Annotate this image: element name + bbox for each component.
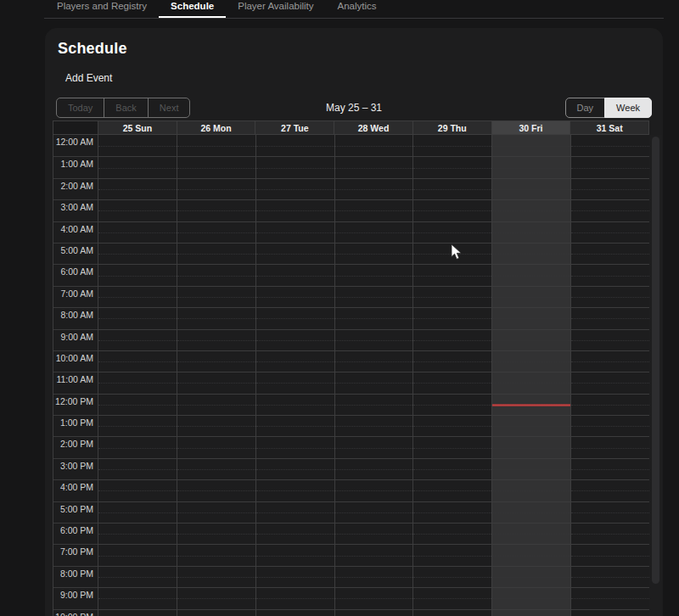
time-slot[interactable]	[256, 221, 334, 243]
time-slot[interactable]	[335, 523, 413, 544]
time-slot[interactable]	[335, 243, 413, 264]
time-slot[interactable]	[335, 415, 413, 436]
time-slot[interactable]	[492, 501, 570, 523]
time-slot[interactable]	[256, 394, 334, 415]
next-button[interactable]: Next	[148, 98, 191, 118]
time-slot[interactable]	[177, 609, 255, 616]
time-slot[interactable]	[571, 415, 649, 436]
time-slot[interactable]	[177, 544, 255, 565]
time-slot[interactable]	[492, 523, 570, 544]
time-slot[interactable]	[256, 566, 334, 587]
time-slot[interactable]	[492, 566, 570, 587]
time-slot[interactable]	[571, 501, 649, 523]
time-slot[interactable]	[571, 221, 649, 243]
time-slot[interactable]	[335, 458, 413, 479]
time-slot[interactable]	[177, 501, 255, 523]
time-slot[interactable]	[256, 156, 334, 177]
time-slot[interactable]	[335, 394, 413, 415]
time-slot[interactable]	[98, 609, 177, 616]
calendar-scrollbar-track[interactable]	[649, 135, 662, 616]
time-slot[interactable]	[571, 523, 649, 544]
time-slot[interactable]	[413, 415, 491, 436]
time-slot[interactable]	[256, 523, 334, 544]
time-slot[interactable]	[98, 156, 177, 177]
time-slot[interactable]	[492, 156, 570, 177]
time-slot[interactable]	[413, 286, 491, 307]
time-slot[interactable]	[98, 544, 177, 565]
time-slot[interactable]	[98, 523, 177, 544]
time-slot[interactable]	[413, 587, 491, 608]
time-slot[interactable]	[571, 458, 649, 479]
time-slot[interactable]	[98, 479, 177, 501]
time-slot[interactable]	[335, 199, 413, 221]
time-slot[interactable]	[413, 609, 491, 616]
time-slot[interactable]	[98, 372, 177, 393]
time-slot[interactable]	[177, 479, 255, 501]
time-slot[interactable]	[571, 329, 649, 350]
time-slot[interactable]	[413, 156, 491, 177]
time-slot[interactable]	[492, 307, 570, 328]
time-slot[interactable]	[571, 372, 649, 393]
time-slot[interactable]	[413, 566, 491, 587]
time-slot[interactable]	[413, 178, 491, 199]
time-slot[interactable]	[177, 329, 255, 350]
time-slot[interactable]	[177, 286, 255, 307]
time-slot[interactable]	[98, 243, 177, 264]
time-slot[interactable]	[571, 587, 649, 608]
time-slot[interactable]	[492, 544, 570, 565]
time-slot[interactable]	[256, 286, 334, 307]
time-slot[interactable]	[335, 501, 413, 523]
time-slot[interactable]	[413, 135, 491, 156]
time-slot[interactable]	[177, 523, 255, 544]
time-slot[interactable]	[335, 587, 413, 608]
time-slot[interactable]	[413, 221, 491, 243]
time-slot[interactable]	[177, 350, 255, 372]
time-slot[interactable]	[413, 243, 491, 264]
time-slot[interactable]	[413, 264, 491, 285]
time-slot[interactable]	[492, 178, 570, 199]
time-slot[interactable]	[98, 135, 177, 156]
time-slot[interactable]	[492, 350, 570, 372]
time-slot[interactable]	[177, 307, 255, 328]
time-slot[interactable]	[492, 243, 570, 264]
time-slot[interactable]	[492, 415, 570, 436]
time-slot[interactable]	[492, 329, 570, 350]
time-slot[interactable]	[335, 609, 413, 616]
time-slot[interactable]	[571, 350, 649, 372]
time-slot[interactable]	[492, 221, 570, 243]
time-slot[interactable]	[98, 415, 177, 436]
tab-schedule[interactable]: Schedule	[159, 0, 226, 18]
time-slot[interactable]	[413, 523, 491, 544]
time-slot[interactable]	[571, 436, 649, 457]
time-slot[interactable]	[256, 501, 334, 523]
time-slot[interactable]	[256, 479, 334, 501]
time-slot[interactable]	[177, 264, 255, 285]
time-slot[interactable]	[98, 458, 177, 479]
time-slot[interactable]	[335, 135, 413, 156]
time-slot[interactable]	[177, 436, 255, 457]
time-slot[interactable]	[335, 307, 413, 328]
time-slot[interactable]	[571, 156, 649, 177]
time-slot[interactable]	[335, 156, 413, 177]
time-slot[interactable]	[335, 372, 413, 393]
time-slot[interactable]	[256, 307, 334, 328]
time-slot[interactable]	[256, 264, 334, 285]
time-slot[interactable]	[256, 350, 334, 372]
week-view-button[interactable]: Week	[604, 98, 652, 118]
time-slot[interactable]	[177, 156, 255, 177]
back-button[interactable]: Back	[104, 98, 148, 118]
tab-players-and-registry[interactable]: Players and Registry	[45, 0, 159, 18]
time-slot[interactable]	[413, 394, 491, 415]
time-slot[interactable]	[177, 415, 255, 436]
time-slot[interactable]	[413, 350, 491, 372]
tab-analytics[interactable]: Analytics	[326, 0, 389, 18]
time-slot[interactable]	[98, 436, 177, 457]
time-slot[interactable]	[98, 329, 177, 350]
tab-player-availability[interactable]: Player Availability	[226, 0, 325, 18]
time-slot[interactable]	[413, 479, 491, 501]
time-slot[interactable]	[98, 566, 177, 587]
time-slot[interactable]	[413, 544, 491, 565]
time-slot[interactable]	[571, 307, 649, 328]
time-slot[interactable]	[571, 243, 649, 264]
time-slot[interactable]	[571, 479, 649, 501]
